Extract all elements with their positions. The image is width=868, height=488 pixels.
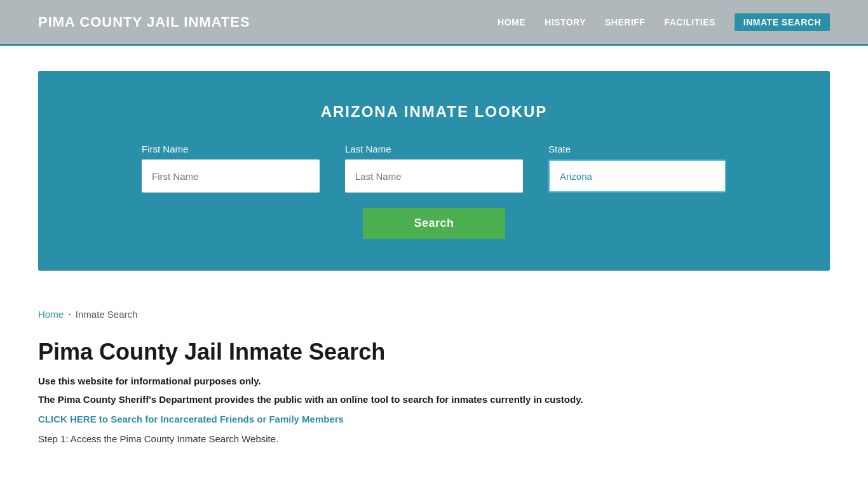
inmate-lookup-section: ARIZONA INMATE LOOKUP First Name Last Na… — [38, 71, 830, 271]
nav-history[interactable]: HISTORY — [545, 17, 586, 27]
first-name-input[interactable] — [142, 159, 320, 193]
last-name-input[interactable] — [345, 159, 523, 193]
breadcrumb: Home • Inmate Search — [0, 296, 868, 332]
last-name-group: Last Name — [345, 144, 523, 193]
search-link[interactable]: CLICK HERE to Search for Incarcerated Fr… — [38, 414, 830, 424]
first-name-group: First Name — [142, 144, 320, 193]
page-title: Pima County Jail Inmate Search — [38, 339, 830, 365]
last-name-label: Last Name — [345, 144, 523, 154]
step-1-text: Step 1: Access the Pima County Inmate Se… — [38, 433, 830, 444]
breadcrumb-home-link[interactable]: Home — [38, 309, 64, 320]
breadcrumb-separator: • — [69, 311, 71, 317]
nav-sheriff[interactable]: SHERIFF — [605, 17, 645, 27]
nav-facilities[interactable]: FACILITIES — [664, 17, 715, 27]
info-line-2: The Pima County Sheriff's Department pro… — [38, 394, 830, 405]
state-label: State — [548, 144, 726, 154]
main-nav: HOME HISTORY SHERIFF FACILITIES INMATE S… — [498, 13, 830, 31]
info-line-1: Use this website for informational purpo… — [38, 376, 830, 386]
search-button[interactable]: Search — [363, 208, 505, 239]
site-logo: PIMA COUNTY JAIL INMATES — [38, 14, 250, 30]
nav-home[interactable]: HOME — [498, 17, 526, 27]
breadcrumb-current-page: Inmate Search — [76, 309, 138, 320]
state-group: State — [548, 144, 726, 193]
first-name-label: First Name — [142, 144, 320, 154]
nav-inmate-search[interactable]: INMATE SEARCH — [735, 13, 830, 31]
site-header: PIMA COUNTY JAIL INMATES HOME HISTORY SH… — [0, 0, 868, 46]
state-input[interactable] — [548, 159, 726, 193]
lookup-title: ARIZONA INMATE LOOKUP — [76, 103, 792, 121]
search-fields-row: First Name Last Name State — [76, 144, 792, 193]
main-content: Pima County Jail Inmate Search Use this … — [0, 332, 868, 470]
inmate-search-form: First Name Last Name State Search — [76, 144, 792, 239]
